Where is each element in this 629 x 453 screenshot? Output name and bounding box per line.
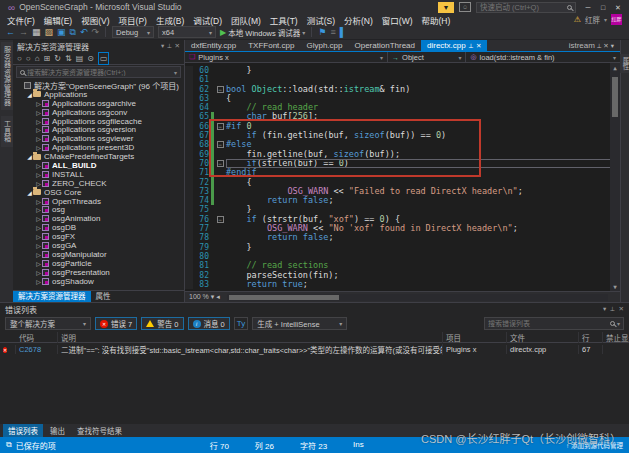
menu-item-t[interactable]: 工具(T) xyxy=(270,14,298,26)
close-icon[interactable]: ✕ xyxy=(175,42,180,50)
undo-icon[interactable]: ↶ xyxy=(80,26,88,39)
pin-icon[interactable]: ⟂ xyxy=(469,40,473,51)
fold-box-icon[interactable]: − xyxy=(217,160,224,167)
expand-icon[interactable]: ▷ xyxy=(35,260,42,267)
warning-icon[interactable]: ⚠ xyxy=(574,15,581,24)
expand-icon[interactable]: ▷ xyxy=(35,233,42,240)
breakpoint-margin[interactable] xyxy=(185,178,193,187)
errors-toggle[interactable]: ✕ 错误 7 xyxy=(95,317,137,330)
dropdown-icon[interactable]: ▾ xyxy=(161,42,164,50)
messages-toggle[interactable]: i 消息 0 xyxy=(188,317,230,330)
autohide-tab-服务器资源管理器[interactable]: 服务器资源管理器 xyxy=(1,42,13,110)
document-tab-TXFFont.cpp[interactable]: TXFFont.cpp xyxy=(242,40,300,51)
column-code[interactable]: 代码 xyxy=(16,332,58,343)
menu-item-s[interactable]: 测试(S) xyxy=(307,14,335,26)
home-icon[interactable]: ⌂ xyxy=(35,53,40,64)
maximize-button[interactable]: □ xyxy=(596,2,610,13)
breakpoint-margin[interactable] xyxy=(185,85,193,94)
code-editor[interactable]: 60 }6162−bool Object::load(std::istream&… xyxy=(185,63,620,291)
tree-item[interactable]: ▷osgManipulator xyxy=(13,250,184,259)
fold-box-icon[interactable]: − xyxy=(217,216,224,223)
breakpoint-margin[interactable] xyxy=(185,196,193,205)
expand-icon[interactable]: ▷ xyxy=(35,278,42,285)
autohide-tab-属性[interactable]: 属性 xyxy=(620,54,629,73)
collapse-icon[interactable]: ◢ xyxy=(26,91,33,98)
build-intellisense-dropdown[interactable]: 生成 + IntelliSense▾ xyxy=(252,317,347,330)
column-description[interactable]: 说明 xyxy=(58,332,443,343)
breakpoint-margin[interactable] xyxy=(185,112,193,121)
expand-icon[interactable]: ▷ xyxy=(35,224,42,231)
dropdown-icon[interactable]: ▾ xyxy=(603,305,606,313)
tree-item[interactable]: ▷Applications present3D xyxy=(13,143,184,152)
code-line-79[interactable]: 79 } xyxy=(185,243,620,252)
close-icon[interactable]: ✕ xyxy=(603,40,608,51)
fold-box-icon[interactable]: − xyxy=(217,123,224,130)
preview-selected-icon[interactable]: ▭ xyxy=(98,52,110,65)
code-line-62[interactable]: 62−bool Object::load(std::istream& fin) xyxy=(185,85,620,94)
feedback-icon[interactable]: ☺ xyxy=(459,2,471,12)
breakpoint-margin[interactable] xyxy=(185,94,193,103)
breakpoint-margin[interactable] xyxy=(185,140,193,149)
menu-item-p[interactable]: 项目(P) xyxy=(119,14,147,26)
collapse-icon[interactable]: ◢ xyxy=(26,153,33,160)
breakpoint-margin[interactable] xyxy=(185,261,193,270)
avatar[interactable]: 红胖 xyxy=(611,14,622,25)
fold-collapse-icon[interactable]: − xyxy=(214,122,226,131)
breakpoint-margin[interactable] xyxy=(185,280,193,289)
tree-item[interactable]: ▷osgParticle xyxy=(13,259,184,268)
expand-icon[interactable]: ▷ xyxy=(35,251,42,258)
close-icon[interactable]: ✕ xyxy=(619,305,624,313)
horizontal-scrollbar[interactable] xyxy=(227,294,608,301)
menu-item-d[interactable]: 调试(D) xyxy=(193,14,222,26)
project-dropdown[interactable]: ❏ Plugins x ▾ xyxy=(185,52,388,62)
menu-item-n[interactable]: 分析(N) xyxy=(344,14,373,26)
collapse-icon[interactable]: ◢ xyxy=(26,189,33,196)
expand-icon[interactable]: ▷ xyxy=(35,100,42,107)
tree-item[interactable]: ▷Applications osgfilecache xyxy=(13,117,184,126)
fold-collapse-icon[interactable]: − xyxy=(214,140,226,149)
filter-icon[interactable]: Ty xyxy=(234,317,248,330)
tree-item[interactable]: ▷osgShadow xyxy=(13,277,184,286)
panel-tab-输出[interactable]: 输出 xyxy=(45,424,70,437)
back-icon[interactable]: ○ xyxy=(17,53,22,64)
expand-icon[interactable]: ▷ xyxy=(35,198,42,205)
expand-icon[interactable]: ▷ xyxy=(35,118,42,125)
expand-icon[interactable]: ▷ xyxy=(35,242,42,249)
menu-item-w[interactable]: 窗口(W) xyxy=(382,14,413,26)
tree-item[interactable]: ▷osgFX xyxy=(13,232,184,241)
breakpoint-margin[interactable] xyxy=(185,103,193,112)
tree-item[interactable]: ▷osgAnimation xyxy=(13,214,184,223)
tree-item[interactable]: ▷Applications osgviewer xyxy=(13,134,184,143)
tree-item[interactable]: 解决方案"OpenSceneGraph" (96 个项目) xyxy=(13,81,184,90)
menu-item-h[interactable]: 帮助(H) xyxy=(422,14,451,26)
tab-list-dropdown-icon[interactable]: ▾ xyxy=(611,40,614,51)
step-icons[interactable]: ≡ xyxy=(330,26,335,39)
breakpoint-margin[interactable] xyxy=(185,122,193,131)
expand-icon[interactable]: ▷ xyxy=(35,269,42,276)
tree-item[interactable]: ▷Applications osgconv xyxy=(13,108,184,117)
breakpoint-margin[interactable] xyxy=(185,66,193,75)
code-line-60[interactable]: 60 } xyxy=(185,66,620,75)
fold-box-icon[interactable]: − xyxy=(217,86,224,93)
quick-launch-input[interactable] xyxy=(480,3,567,12)
breakpoint-margin[interactable] xyxy=(185,150,193,159)
document-tab-OperationThread[interactable]: OperationThread xyxy=(349,40,421,51)
close-button[interactable]: ✕ xyxy=(611,2,625,13)
expand-icon[interactable]: ▷ xyxy=(35,109,42,116)
scroll-up-icon[interactable]: ▲ xyxy=(610,64,620,71)
document-tab-directx.cpp[interactable]: directx.cpp⟂✕ xyxy=(421,40,487,51)
forward-icon[interactable]: ○ xyxy=(26,53,31,64)
tree-item[interactable]: ▷ZERO_CHECK xyxy=(13,179,184,188)
tree-item[interactable]: ◢CMakePredefinedTargets xyxy=(13,152,184,161)
scroll-down-icon[interactable]: ▼ xyxy=(610,283,620,290)
breakpoint-margin[interactable] xyxy=(185,205,193,214)
tree-item[interactable]: ◢OSG Core xyxy=(13,188,184,197)
column-project[interactable]: 项目 xyxy=(443,332,507,343)
breakpoint-margin[interactable] xyxy=(185,75,193,84)
breakpoint-margin[interactable] xyxy=(185,159,193,168)
breakpoint-margin[interactable] xyxy=(185,233,193,242)
account-name[interactable]: 红胖 xyxy=(585,14,600,25)
scope-dropdown[interactable]: 整个解决方案▾ xyxy=(5,317,91,330)
column-suppression[interactable]: 禁止显示状态 xyxy=(603,332,629,343)
breakpoint-margin[interactable] xyxy=(185,168,193,177)
